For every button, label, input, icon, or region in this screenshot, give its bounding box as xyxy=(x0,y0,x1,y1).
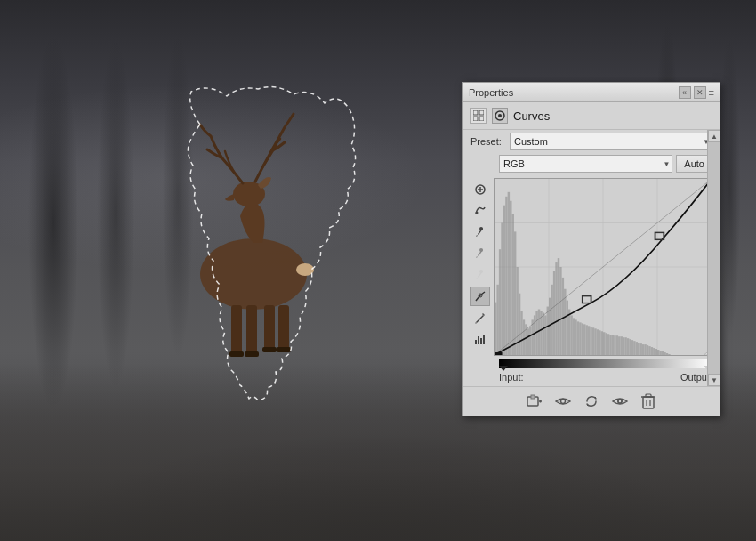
tab-circle[interactable] xyxy=(492,108,508,124)
delete-button[interactable] xyxy=(638,392,659,410)
svg-rect-74 xyxy=(579,322,581,355)
svg-rect-41 xyxy=(508,192,510,355)
svg-rect-76 xyxy=(583,324,585,355)
svg-rect-82 xyxy=(597,329,599,355)
midtone-eyedropper[interactable] xyxy=(470,244,490,263)
svg-rect-58 xyxy=(544,315,546,355)
shadow-eyedropper[interactable] xyxy=(470,222,490,242)
svg-rect-40 xyxy=(505,197,507,355)
input-output-row: Input: Output: xyxy=(463,370,720,386)
titlebar-controls: « ✕ ≡ xyxy=(679,86,714,99)
svg-rect-84 xyxy=(601,331,603,355)
svg-rect-107 xyxy=(651,347,653,355)
svg-rect-101 xyxy=(638,343,639,355)
properties-panel: Properties « ✕ ≡ Curves xyxy=(462,82,720,416)
svg-rect-61 xyxy=(551,285,552,355)
svg-rect-67 xyxy=(564,289,566,355)
svg-rect-89 xyxy=(612,335,614,355)
svg-rect-6 xyxy=(229,351,244,357)
svg-point-23 xyxy=(479,270,483,273)
svg-rect-26 xyxy=(478,336,479,344)
svg-rect-115 xyxy=(668,354,670,355)
svg-rect-97 xyxy=(629,339,631,355)
add-mask-button[interactable] xyxy=(524,392,545,410)
tab-grid[interactable] xyxy=(470,108,487,124)
svg-rect-103 xyxy=(642,344,644,355)
svg-rect-7 xyxy=(245,351,259,357)
svg-rect-44 xyxy=(514,231,516,355)
channel-select[interactable]: RGB Red Green Blue xyxy=(499,155,672,173)
channel-select-wrapper: RGB Red Green Blue ▼ xyxy=(499,155,672,173)
panel-scrollbar[interactable]: ▲ ▼ xyxy=(707,130,720,386)
svg-rect-94 xyxy=(623,337,624,355)
svg-rect-51 xyxy=(529,327,531,355)
panel-title: Properties xyxy=(469,87,513,98)
highlight-eyedropper[interactable] xyxy=(470,265,490,285)
svg-rect-5 xyxy=(278,305,289,350)
input-gradient-slider[interactable] xyxy=(499,359,712,368)
svg-rect-42 xyxy=(510,201,511,355)
svg-rect-100 xyxy=(636,342,638,355)
svg-rect-66 xyxy=(562,278,564,355)
scroll-up-button[interactable]: ▲ xyxy=(708,130,720,142)
draw-curve-tool[interactable] xyxy=(470,201,490,221)
close-button[interactable]: ✕ xyxy=(694,86,706,99)
svg-rect-128 xyxy=(643,397,654,408)
svg-rect-69 xyxy=(568,310,570,355)
svg-rect-130 xyxy=(646,394,651,397)
svg-rect-68 xyxy=(567,301,568,355)
svg-rect-46 xyxy=(519,294,520,355)
svg-rect-91 xyxy=(616,335,618,355)
svg-point-20 xyxy=(476,212,479,214)
svg-rect-70 xyxy=(570,315,572,355)
svg-point-0 xyxy=(200,238,307,310)
svg-point-16 xyxy=(498,114,502,117)
svg-rect-62 xyxy=(553,271,555,355)
svg-rect-104 xyxy=(644,344,646,355)
svg-rect-111 xyxy=(659,351,661,355)
panel-titlebar: Properties « ✕ ≡ xyxy=(463,83,720,102)
panel-menu-button[interactable]: ≡ xyxy=(709,87,714,98)
curve-adjustment-tool[interactable] xyxy=(470,287,490,306)
curves-graph[interactable] xyxy=(494,178,712,356)
svg-rect-14 xyxy=(479,117,484,121)
svg-rect-98 xyxy=(631,340,633,355)
svg-rect-99 xyxy=(633,341,635,355)
svg-rect-12 xyxy=(479,110,484,115)
tools-column xyxy=(470,178,490,356)
bottom-toolbar xyxy=(463,386,720,416)
svg-rect-27 xyxy=(480,338,482,344)
panel-header: Curves xyxy=(463,102,720,130)
svg-rect-83 xyxy=(599,330,600,355)
preset-select[interactable]: Custom Default Strong Contrast Linear Ne… xyxy=(510,133,712,150)
add-point-tool[interactable] xyxy=(470,180,490,199)
pencil-tool[interactable] xyxy=(470,308,490,327)
collapse-button[interactable]: « xyxy=(679,86,691,99)
svg-rect-50 xyxy=(527,328,529,355)
svg-rect-85 xyxy=(603,332,605,355)
svg-rect-114 xyxy=(666,353,668,355)
channel-row: RGB Red Green Blue ▼ Auto xyxy=(463,153,720,176)
svg-point-22 xyxy=(479,248,483,252)
svg-rect-73 xyxy=(577,321,579,355)
scroll-down-button[interactable]: ▼ xyxy=(708,374,720,386)
svg-rect-92 xyxy=(618,336,620,355)
svg-rect-108 xyxy=(653,348,655,355)
svg-rect-96 xyxy=(627,338,629,355)
svg-rect-93 xyxy=(621,336,623,355)
histogram-tool[interactable] xyxy=(470,329,490,349)
svg-rect-53 xyxy=(534,315,535,355)
preset-row: Preset: Custom Default Strong Contrast L… xyxy=(463,130,720,153)
black-point-handle[interactable] xyxy=(499,366,508,371)
eye-button[interactable] xyxy=(552,392,574,410)
svg-rect-88 xyxy=(609,335,611,355)
reset-button[interactable] xyxy=(581,392,602,410)
deer-silhouette xyxy=(138,78,378,408)
svg-rect-119 xyxy=(495,352,503,355)
preset-label: Preset: xyxy=(470,136,506,147)
scroll-track[interactable] xyxy=(708,142,720,374)
preset-select-wrapper: Custom Default Strong Contrast Linear Ne… xyxy=(510,133,712,150)
svg-rect-75 xyxy=(582,323,583,355)
svg-rect-8 xyxy=(262,347,277,352)
visibility-button[interactable] xyxy=(609,392,631,410)
